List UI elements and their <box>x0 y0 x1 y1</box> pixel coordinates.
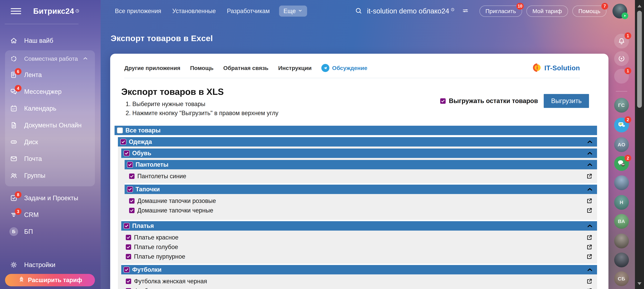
sidebar-item[interactable]: Группы <box>5 167 95 184</box>
category-row[interactable]: Футболки <box>121 265 597 274</box>
chat-user-photo-1[interactable] <box>614 175 629 190</box>
checkbox-checked[interactable] <box>126 278 132 284</box>
export-row-icon[interactable] <box>586 253 593 260</box>
sidebar-item-label: Мессенджер <box>24 88 62 95</box>
sliders-icon[interactable] <box>462 8 469 15</box>
checkbox-checked[interactable] <box>126 234 132 240</box>
export-row-icon[interactable] <box>586 173 593 180</box>
messenger-chat[interactable]: 2 <box>614 118 629 132</box>
category-row[interactable]: Тапочки <box>124 185 597 194</box>
product-row[interactable]: Домашние тапочки розовые <box>124 196 597 206</box>
scrollbar-down-arrow-icon[interactable] <box>638 282 642 285</box>
notifications[interactable]: 1 <box>614 34 629 49</box>
chat-user-photo-3[interactable] <box>614 252 629 267</box>
clock-icon <box>75 6 80 15</box>
chat-gs[interactable]: ГС <box>614 98 629 113</box>
collapse-chevron-icon[interactable] <box>587 223 593 229</box>
checkbox-checked[interactable] <box>127 162 133 168</box>
sidebar-item[interactable]: 3 CRM <box>0 206 100 223</box>
sidebar-item[interactable]: Документы Онлайн <box>5 117 95 134</box>
topbar-action-button[interactable]: Помощь7 <box>572 6 606 17</box>
collapse-chevron-icon[interactable] <box>587 139 593 145</box>
sidebar-item-settings[interactable]: Настройки <box>0 256 100 273</box>
top-nav-item[interactable]: Все приложения <box>115 8 161 15</box>
export-row-icon[interactable] <box>586 197 593 204</box>
checkbox-checked[interactable] <box>124 267 130 273</box>
scrollbar[interactable] <box>635 0 644 289</box>
menu-icon[interactable] <box>11 8 21 14</box>
export-button[interactable]: Выгрузить <box>544 94 589 108</box>
export-row-icon[interactable] <box>586 244 593 250</box>
product-row[interactable]: Футболка мужская черная <box>121 286 597 289</box>
home-icon <box>10 36 18 45</box>
checkbox-unchecked[interactable] <box>117 127 123 133</box>
chat-user-photo-2[interactable] <box>614 234 629 248</box>
checkbox-checked[interactable] <box>129 173 135 179</box>
open-lines[interactable]: 1 <box>614 69 629 84</box>
sidebar-item[interactable]: Диск <box>5 134 95 150</box>
checkbox-checked[interactable] <box>126 288 132 289</box>
category-row[interactable]: Одежда <box>118 137 597 147</box>
copilot[interactable] <box>614 51 629 66</box>
chat-va[interactable]: ВА <box>614 214 629 229</box>
category-children: Одежда Обувь Пантолеты Пантолеты синие Т… <box>114 135 597 289</box>
portal-search[interactable]: it-solution demo облако24 <box>355 7 468 15</box>
collapse-chevron-icon[interactable] <box>587 186 593 192</box>
category-row[interactable]: Обувь <box>121 149 597 158</box>
sidebar-item[interactable]: Календарь <box>5 100 95 117</box>
category-row[interactable]: Платья <box>121 221 597 231</box>
owl-chat[interactable]: 2 <box>614 156 629 171</box>
export-row-icon[interactable] <box>586 207 593 214</box>
topbar-action-button[interactable]: Пригласить10 <box>480 6 522 17</box>
collapse-chevron-icon[interactable] <box>587 150 593 156</box>
checkbox-checked[interactable] <box>126 253 132 260</box>
discussion-link[interactable]: Обсуждение <box>321 64 367 72</box>
sidebar-group-header[interactable]: Совместная работа <box>5 51 95 67</box>
app-tab[interactable]: Помощь <box>190 65 214 71</box>
topbar-action-button[interactable]: Мой тариф <box>526 6 568 17</box>
product-row[interactable]: Платье красное <box>121 233 597 242</box>
checkbox-checked[interactable] <box>129 207 135 213</box>
collapse-chevron-icon[interactable] <box>587 161 593 168</box>
app-tab[interactable]: Инструкции <box>278 65 312 71</box>
product-row[interactable]: Платье голубое <box>121 242 597 252</box>
collapse-chevron-icon[interactable] <box>587 266 593 273</box>
top-nav-item[interactable]: Разработчикам <box>227 8 270 15</box>
sidebar-item[interactable]: 8 Задачи и Проекты <box>0 190 100 206</box>
product-row[interactable]: Домашние тапочки черные <box>124 206 597 215</box>
brand-logo[interactable]: Битрикс24 <box>33 7 80 16</box>
chat-ao[interactable]: АО <box>614 137 629 152</box>
export-row-icon[interactable] <box>586 287 593 289</box>
chat-n[interactable]: Н <box>614 195 629 210</box>
export-row-icon[interactable] <box>586 278 593 285</box>
checkbox-checked[interactable] <box>120 139 126 145</box>
checkbox-checked[interactable] <box>129 198 135 204</box>
sidebar-item[interactable]: 6 Лента <box>5 67 95 83</box>
product-row[interactable]: Пантолеты синие <box>124 171 597 181</box>
checkbox-checked[interactable] <box>127 186 133 192</box>
partner-logo[interactable]: IT-Solution <box>533 63 580 73</box>
sidebar-item[interactable]: Б БП <box>0 223 100 240</box>
chat-sb[interactable]: СБ <box>614 271 629 286</box>
product-row[interactable]: Платье пурпурное <box>121 252 597 261</box>
sidebar-item-home[interactable]: Наш вайб <box>0 32 100 49</box>
chevron-up-icon[interactable] <box>82 56 88 62</box>
scrollbar-thumb[interactable] <box>637 11 642 108</box>
app-tab[interactable]: Обратная связь <box>223 65 268 71</box>
category-row[interactable]: Пантолеты <box>124 160 597 169</box>
export-row-icon[interactable] <box>586 234 593 241</box>
more-menu-button[interactable]: Еще <box>279 6 307 17</box>
checkbox-checked[interactable] <box>124 223 130 229</box>
sidebar-item[interactable]: 4 Мессенджер <box>5 83 95 100</box>
app-tab[interactable]: Другие приложения <box>124 65 180 71</box>
category-row[interactable]: Все товары <box>114 126 597 135</box>
export-stock-checkbox[interactable] <box>440 98 446 104</box>
checkbox-checked[interactable] <box>124 150 130 156</box>
checkbox-checked[interactable] <box>126 244 132 250</box>
product-row[interactable]: Футболка женская черная <box>121 276 597 286</box>
top-nav-item[interactable]: Установленные <box>172 8 216 15</box>
expand-tariff-button[interactable]: Расширить тариф <box>5 274 95 286</box>
sidebar-item[interactable]: Почта <box>5 150 95 167</box>
scrollbar-up-arrow-icon[interactable] <box>638 5 642 8</box>
discussion-label: Обсуждение <box>332 65 367 71</box>
